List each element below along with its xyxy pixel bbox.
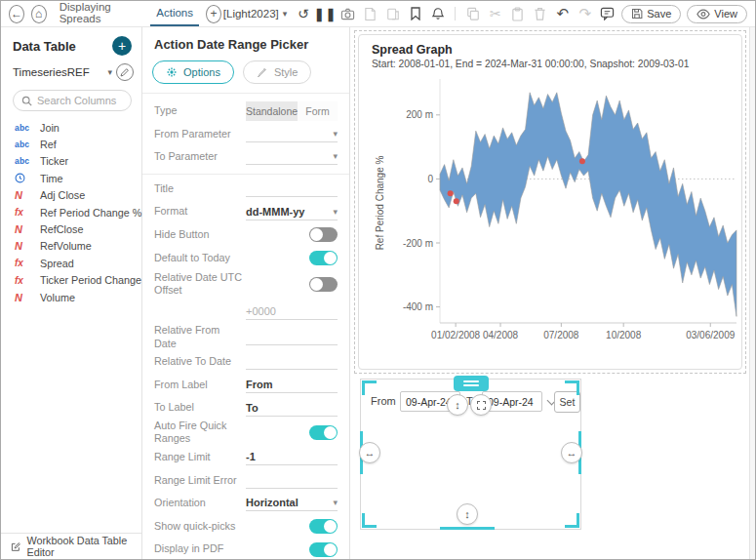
workbook-data-table-editor-button[interactable]: Workbook Data Table Editor bbox=[1, 533, 141, 559]
spread-chart-svg: Ref Period Change %200 m0-200 m-400 m01/… bbox=[372, 71, 744, 360]
type-option-standalone[interactable]: Standalone bbox=[246, 101, 298, 121]
field-row-refclose[interactable]: NRefClose bbox=[15, 220, 141, 237]
divider bbox=[142, 93, 349, 94]
from-label-input[interactable]: From bbox=[246, 377, 338, 393]
form-row-title: Title bbox=[154, 178, 338, 201]
orientation-dropdown[interactable]: Horizontal▾ bbox=[246, 495, 338, 511]
bookmark-icon[interactable] bbox=[407, 6, 423, 22]
field-label: Title bbox=[154, 182, 246, 195]
theme-selector[interactable]: [Light2023] ▾ bbox=[221, 8, 289, 20]
relative-from-date-input[interactable] bbox=[246, 329, 338, 345]
resize-bottom-handle[interactable]: ↕ bbox=[457, 503, 478, 525]
camera-icon[interactable] bbox=[339, 6, 356, 22]
form-row-from-parameter: From Parameter ▾ bbox=[154, 123, 338, 146]
form-row-auto-fire: Auto Fire Quick Ranges bbox=[154, 420, 338, 446]
svg-text:03/06/2009: 03/06/2009 bbox=[686, 330, 735, 340]
format-dropdown[interactable]: dd-MMM-yy▾ bbox=[246, 204, 338, 220]
tab-style[interactable]: Style bbox=[243, 60, 311, 84]
brush-icon bbox=[257, 66, 268, 78]
field-label: Join bbox=[40, 122, 60, 134]
export-data-icon[interactable] bbox=[384, 6, 401, 22]
date-range-picker-part[interactable]: From To Set ↕ ↔ ↔ ↕ bbox=[360, 379, 581, 530]
pause-icon[interactable]: ❚❚ bbox=[317, 6, 334, 22]
range-limit-error-input[interactable] bbox=[246, 472, 338, 489]
home-icon: ⌂ bbox=[35, 7, 42, 20]
chart-title: Spread Graph bbox=[372, 43, 736, 57]
search-columns-input[interactable] bbox=[37, 95, 123, 106]
save-button[interactable]: Save bbox=[621, 5, 681, 23]
home-button[interactable]: ⌂ bbox=[31, 5, 47, 23]
svg-text:07/2008: 07/2008 bbox=[543, 330, 579, 340]
form-row-range-limit: Range Limit -1 bbox=[154, 446, 338, 469]
edit-data-table-button[interactable] bbox=[116, 63, 134, 81]
field-row-join[interactable]: abcJoin bbox=[15, 119, 141, 136]
text-column-icon: abc bbox=[15, 156, 34, 166]
hide-button-toggle[interactable] bbox=[309, 227, 338, 242]
to-label-input[interactable]: To bbox=[246, 400, 338, 417]
chevron-down-icon[interactable]: ▾ bbox=[107, 67, 112, 77]
svg-text:04/2008: 04/2008 bbox=[483, 330, 519, 340]
field-row-ref-period-change-[interactable]: fxRef Period Change % bbox=[15, 204, 141, 220]
move-handle[interactable] bbox=[454, 376, 489, 391]
field-row-spread[interactable]: fxSpread bbox=[15, 255, 141, 271]
to-parameter-dropdown[interactable]: ▾ bbox=[246, 148, 338, 165]
maximize-handle[interactable] bbox=[470, 394, 492, 416]
relative-to-date-input[interactable] bbox=[246, 353, 338, 370]
view-label: View bbox=[714, 8, 737, 20]
resize-left-handle[interactable]: ↔ bbox=[359, 442, 380, 463]
field-value: dd-MMM-yy bbox=[246, 206, 329, 218]
form-row-display-in-pdf: Display in PDF bbox=[154, 538, 338, 559]
pdf-export-icon[interactable] bbox=[362, 6, 378, 22]
utc-offset-input[interactable]: +0000 bbox=[246, 303, 338, 320]
copy-icon[interactable] bbox=[464, 6, 481, 22]
spread-graph-part[interactable]: Spread Graph Start: 2008-01-01, End = 20… bbox=[354, 30, 746, 374]
title-input[interactable] bbox=[246, 180, 338, 197]
data-table-name[interactable]: TimeseriesREF bbox=[13, 66, 103, 78]
notifications-bell-icon[interactable] bbox=[429, 6, 446, 22]
tab-options[interactable]: Options bbox=[152, 60, 234, 84]
resize-right-handle[interactable]: ↔ bbox=[561, 442, 582, 463]
field-row-adj-close[interactable]: NAdj Close bbox=[15, 187, 141, 204]
type-option-form[interactable]: Form bbox=[298, 101, 338, 121]
field-row-refvolume[interactable]: NRefVolume bbox=[15, 238, 141, 255]
svg-text:-400 m: -400 m bbox=[403, 301, 433, 312]
relative-utc-toggle[interactable] bbox=[309, 277, 338, 292]
dashboard-canvas: Spread Graph Start: 2008-01-01, End = 20… bbox=[350, 27, 755, 559]
paste-clipboard-icon[interactable] bbox=[509, 6, 526, 22]
chevron-down-icon: ▾ bbox=[283, 9, 288, 19]
field-row-volume[interactable]: NVolume bbox=[15, 289, 141, 305]
back-button[interactable]: ← bbox=[9, 5, 24, 23]
field-list: abcJoinabcRefabcTickerTimeNAdj ClosefxRe… bbox=[1, 117, 141, 305]
form-row-from-label: From Label From bbox=[154, 374, 338, 397]
add-data-table-button[interactable]: + bbox=[112, 36, 132, 56]
field-row-time[interactable]: Time bbox=[15, 170, 141, 186]
tab-displaying-spreads[interactable]: Displaying Spreads bbox=[54, 1, 144, 26]
from-label: From bbox=[371, 395, 396, 407]
add-tab-button[interactable]: + bbox=[206, 5, 221, 23]
search-columns-box[interactable] bbox=[13, 90, 132, 111]
field-row-ticker[interactable]: abcTicker bbox=[15, 153, 141, 170]
from-parameter-dropdown[interactable]: ▾ bbox=[246, 126, 338, 142]
auto-fire-toggle[interactable] bbox=[309, 425, 338, 440]
default-to-today-toggle[interactable] bbox=[309, 251, 338, 265]
canvas-scrollbar[interactable] bbox=[749, 27, 755, 559]
range-limit-input[interactable]: -1 bbox=[246, 449, 338, 465]
redo-icon[interactable]: ↷ bbox=[577, 6, 593, 22]
view-button[interactable]: View bbox=[687, 5, 747, 23]
field-row-ref[interactable]: abcRef bbox=[15, 136, 141, 152]
field-label: Ref bbox=[40, 139, 57, 150]
undo-icon[interactable]: ↶ bbox=[554, 6, 571, 22]
field-label: Auto Fire Quick Ranges bbox=[154, 420, 246, 446]
comment-icon[interactable] bbox=[599, 6, 616, 22]
display-in-pdf-toggle[interactable] bbox=[309, 542, 338, 557]
show-quick-picks-toggle[interactable] bbox=[309, 519, 338, 534]
cut-scissors-icon[interactable]: ✂ bbox=[487, 6, 503, 22]
refresh-icon[interactable]: ↺ bbox=[295, 6, 311, 22]
search-icon bbox=[21, 96, 32, 106]
resize-vertical-handle[interactable]: ↕ bbox=[447, 394, 468, 416]
tab-actions[interactable]: Actions bbox=[150, 1, 199, 26]
edit-box-icon bbox=[11, 540, 20, 553]
field-row-ticker-period-change-[interactable]: fxTicker Period Change % bbox=[15, 272, 141, 289]
tab-label: Displaying Spreads bbox=[60, 1, 139, 24]
trash-icon[interactable] bbox=[532, 6, 548, 22]
